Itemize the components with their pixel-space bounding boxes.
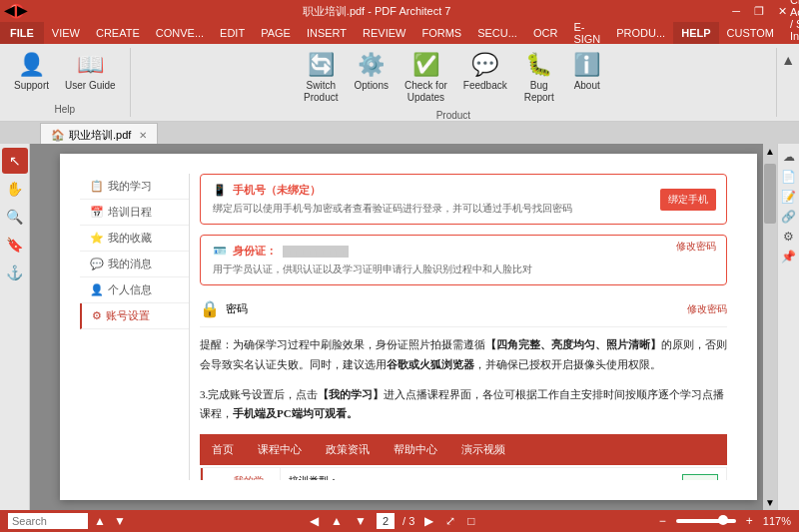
user-guide-button[interactable]: 📖 User Guide xyxy=(59,48,122,96)
create-account-link[interactable]: ▶ Create Account / Sign In xyxy=(782,0,799,44)
tab-create[interactable]: CREATE xyxy=(88,22,148,44)
tab-ocr[interactable]: OCR xyxy=(525,22,565,44)
tab-file[interactable]: FILE xyxy=(0,22,44,44)
doc-tab-pdf[interactable]: 🏠 职业培训.pdf ✕ xyxy=(40,123,158,147)
scroll-down[interactable]: ▼ xyxy=(763,497,777,508)
anchor-tool[interactable]: ⚓ xyxy=(2,260,28,285)
user-guide-label: User Guide xyxy=(65,80,116,92)
phone-card-desc: 绑定后可以使用手机号加密或者查看验证码进行登录，并可以通过手机号找回密码 xyxy=(213,202,714,216)
vertical-scrollbar[interactable]: ▲ ▼ xyxy=(763,144,777,510)
course-info-area: 培训类型：— 所属企业：重庆天福聚教育科技有限公司北京分公司 培训类型：线上学习… xyxy=(281,468,726,480)
nav-training-schedule[interactable]: 📅 培训日程 xyxy=(80,200,189,226)
tab-review[interactable]: REVIEW xyxy=(355,22,413,44)
bug-report-label: BugReport xyxy=(524,80,554,104)
support-icon: 👤 xyxy=(18,52,45,78)
zoom-slider[interactable] xyxy=(676,519,736,523)
nav-personal-label: 个人信息 xyxy=(108,282,152,297)
edit-id-link[interactable]: 修改密码 xyxy=(676,240,716,254)
body-text-1: 提醒：为确保学习过程中刷脸效果，身份证照片拍摄需遵循【四角完整、亮度均匀、照片清… xyxy=(200,335,727,375)
product-group-content: 🔄 SwitchProduct ⚙️ Options ✅ Check forUp… xyxy=(298,48,609,108)
settings-tool[interactable]: ⚙ xyxy=(780,228,798,246)
scroll-down-btn[interactable]: ▼ xyxy=(112,514,128,528)
course-details: 培训类型：— 所属企业：重庆天福聚教育科技有限公司北京分公司 培训类型：线上学习… xyxy=(289,474,518,480)
tab-edit[interactable]: EDIT xyxy=(212,22,253,44)
tab-view[interactable]: VIEW xyxy=(44,22,88,44)
nav-my-learning-icon: 📋 xyxy=(90,180,104,193)
restore-button[interactable]: ❐ xyxy=(750,5,768,18)
bind-phone-button[interactable]: 绑定手机 xyxy=(660,189,716,211)
hand-tool[interactable]: ✋ xyxy=(2,176,28,202)
title-bar-title: 职业培训.pdf - PDF Architect 7 xyxy=(303,4,451,19)
course-nav-my-learning[interactable]: 📋 我的学习 xyxy=(201,468,280,480)
nav-course-center[interactable]: 课程中心 xyxy=(246,438,314,461)
cursor-tool[interactable]: ↖ xyxy=(2,148,28,174)
support-label: Support xyxy=(14,80,49,92)
page-up-btn[interactable]: ▲ xyxy=(329,514,345,528)
nav-policy-info[interactable]: 政策资讯 xyxy=(314,438,382,461)
tab-esign[interactable]: E-SIGN xyxy=(565,22,608,44)
options-button[interactable]: ⚙️ Options xyxy=(349,48,395,96)
password-label: 密码 xyxy=(226,301,248,316)
phone-card: 📱 手机号（未绑定） 绑定后可以使用手机号加密或者查看验证码进行登录，并可以通过… xyxy=(200,174,727,225)
tab-insert[interactable]: INSERT xyxy=(299,22,355,44)
pin-tool[interactable]: 📌 xyxy=(780,248,798,266)
check-updates-button[interactable]: ✅ Check forUpdates xyxy=(399,48,453,108)
cloud-tool[interactable]: ☁ xyxy=(780,148,798,166)
tab-custom[interactable]: CUSTOM xyxy=(719,22,782,44)
nav-my-learning[interactable]: 📋 我的学习 xyxy=(80,174,189,200)
zoom-in-btn[interactable]: + xyxy=(744,514,755,528)
zoom-out-btn[interactable]: − xyxy=(657,514,668,528)
prev-page-btn[interactable]: ◀ xyxy=(308,514,321,528)
tab-forms[interactable]: FORMS xyxy=(413,22,469,44)
nav-favorites[interactable]: ⭐ 我的收藏 xyxy=(80,226,189,252)
nav-home[interactable]: 首页 xyxy=(200,438,246,461)
left-toolbar: ↖ ✋ 🔍 🔖 ⚓ xyxy=(0,144,30,510)
nav-demo-video[interactable]: 演示视频 xyxy=(449,438,517,461)
right-toolbar: ☁ 📄 📝 🔗 ⚙ 📌 xyxy=(777,144,799,510)
doc-tab-close[interactable]: ✕ xyxy=(139,130,147,141)
completion-badge: 100% xyxy=(682,474,718,480)
about-button[interactable]: ℹ️ About xyxy=(565,48,609,96)
nav-favorites-icon: ⭐ xyxy=(90,232,104,245)
nav-help-center[interactable]: 帮助中心 xyxy=(382,438,449,461)
scrollbar-thumb[interactable] xyxy=(764,164,776,224)
tab-products[interactable]: PRODU... xyxy=(608,22,673,44)
tab-convert[interactable]: CONVE... xyxy=(148,22,212,44)
minimize-button[interactable]: ─ xyxy=(728,5,744,18)
feedback-button[interactable]: 💬 Feedback xyxy=(457,48,513,96)
page-tool[interactable]: 📄 xyxy=(780,168,798,186)
tab-help[interactable]: HELP xyxy=(673,22,718,44)
page-down-btn[interactable]: ▼ xyxy=(353,514,369,528)
link-tool[interactable]: 🔗 xyxy=(780,208,798,226)
current-page[interactable]: 2 xyxy=(377,513,395,529)
nav-messages[interactable]: 💬 我的消息 xyxy=(80,252,189,277)
password-row: 🔒 密码 修改密码 xyxy=(200,295,727,327)
bookmark-tool[interactable]: 🔖 xyxy=(2,232,28,258)
next-page-btn[interactable]: ▶ xyxy=(422,514,435,528)
switch-product-button[interactable]: 🔄 SwitchProduct xyxy=(298,48,344,108)
nav-messages-label: 我的消息 xyxy=(108,257,152,271)
tab-security[interactable]: SECU... xyxy=(469,22,525,44)
course-company: 培训类型：— xyxy=(289,474,518,480)
support-button[interactable]: 👤 Support xyxy=(8,48,55,96)
main-content: 📋 我的学习 📅 培训日程 ⭐ 我的收藏 💬 我的消息 👤 个人信息 xyxy=(30,144,777,510)
search-input[interactable] xyxy=(8,513,88,529)
nav-personal-info[interactable]: 👤 个人信息 xyxy=(80,277,189,303)
fit-page-btn[interactable]: ⤢ xyxy=(443,514,457,528)
tab-page[interactable]: PAGE xyxy=(253,22,299,44)
fit-width-btn[interactable]: □ xyxy=(465,514,476,528)
nav-my-learning-label: 我的学习 xyxy=(108,179,152,194)
about-icon: ℹ️ xyxy=(573,52,600,78)
bug-report-icon: 🐛 xyxy=(525,52,552,78)
edit-tool[interactable]: 📝 xyxy=(780,188,798,206)
change-password-link[interactable]: 修改密码 xyxy=(687,302,727,316)
ribbon-collapse-btn[interactable]: ▲ xyxy=(777,48,799,117)
nav-right-arrow[interactable]: ▶ xyxy=(17,2,28,18)
nav-left-arrow[interactable]: ◀ xyxy=(4,2,15,18)
nav-personal-icon: 👤 xyxy=(90,283,104,296)
bug-report-button[interactable]: 🐛 BugReport xyxy=(517,48,561,108)
nav-account-settings[interactable]: ⚙ 账号设置 xyxy=(80,303,189,329)
scroll-up-btn[interactable]: ▲ xyxy=(92,514,108,528)
scroll-up[interactable]: ▲ xyxy=(763,144,777,159)
zoom-tool[interactable]: 🔍 xyxy=(2,204,28,230)
